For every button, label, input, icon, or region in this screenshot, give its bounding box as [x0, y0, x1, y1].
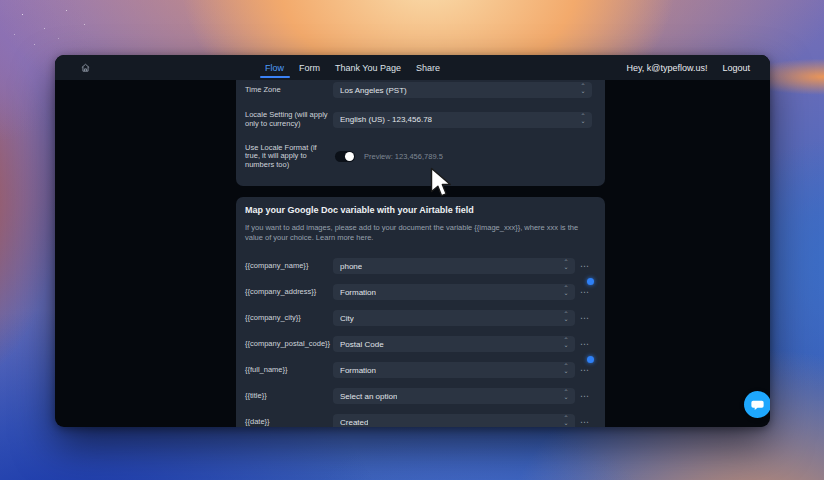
tab-form[interactable]: Form — [299, 55, 320, 80]
timezone-row: Time Zone Los Angeles (PST) — [245, 82, 592, 98]
timezone-label: Time Zone — [245, 86, 333, 95]
more-options-icon[interactable]: ⋯ — [580, 388, 590, 404]
logout-button[interactable]: Logout — [722, 63, 750, 73]
map-row-company-name: {{company_name}} phone ⋯ — [245, 258, 591, 274]
row-options: ⋯ — [579, 362, 591, 378]
map-row-company-postal-code: {{company_postal_code}} Postal Code ⋯ — [245, 336, 591, 352]
variable-label: {{full_name}} — [245, 366, 333, 375]
mapping-description: If you want to add images, please add to… — [245, 223, 591, 242]
notification-badge — [587, 278, 594, 285]
field-select[interactable]: Select an option — [333, 388, 575, 404]
locale-value: English (US) - 123,456.78 — [340, 115, 432, 124]
field-select[interactable]: Formation — [333, 362, 575, 378]
variable-label: {{company_city}} — [245, 314, 333, 323]
row-options: ⋯ — [579, 388, 591, 404]
timezone-select[interactable]: Los Angeles (PST) — [333, 82, 592, 98]
tab-thank-you-page[interactable]: Thank You Page — [335, 55, 401, 80]
field-value: City — [340, 314, 354, 323]
app-header: Flow Form Thank You Page Share Hey, k@ty… — [55, 55, 770, 80]
select-stepper-icon — [562, 390, 570, 402]
field-value: Select an option — [340, 392, 397, 401]
select-stepper-icon — [562, 364, 570, 376]
variable-label: {{title}} — [245, 392, 333, 401]
variable-label: {{company_name}} — [245, 262, 333, 271]
desktop-wallpaper: Flow Form Thank You Page Share Hey, k@ty… — [0, 0, 824, 480]
locale-row: Locale Setting (will apply only to curre… — [245, 111, 592, 129]
select-stepper-icon — [562, 416, 570, 427]
chat-widget-button[interactable] — [744, 391, 770, 418]
more-options-icon[interactable]: ⋯ — [580, 336, 590, 352]
field-select[interactable]: phone — [333, 258, 575, 274]
more-options-icon[interactable]: ⋯ — [580, 414, 590, 427]
locale-format-toggle[interactable] — [335, 151, 355, 162]
mapping-panel: Map your Google Doc variable with your A… — [236, 197, 605, 427]
tab-share[interactable]: Share — [416, 55, 440, 80]
select-stepper-icon — [562, 312, 570, 324]
field-select[interactable]: City — [333, 310, 575, 326]
home-button[interactable] — [77, 59, 93, 75]
more-options-icon[interactable]: ⋯ — [580, 310, 590, 326]
select-stepper-icon — [562, 286, 570, 298]
field-value: Formation — [340, 366, 376, 375]
tab-flow[interactable]: Flow — [265, 55, 284, 80]
header-right: Hey, k@typeflow.us! Logout — [626, 55, 750, 80]
field-select[interactable]: Created — [333, 414, 575, 427]
select-stepper-icon — [579, 84, 587, 96]
map-row-title: {{title}} Select an option ⋯ — [245, 388, 591, 404]
map-row-date: {{date}} Created ⋯ — [245, 414, 591, 427]
select-stepper-icon — [562, 338, 570, 350]
row-options: ⋯ — [579, 414, 591, 427]
locale-format-label: Use Locale Format (if true, it will appl… — [245, 144, 333, 170]
row-options: ⋯ — [579, 284, 591, 300]
row-options: ⋯ — [579, 310, 591, 326]
locale-select[interactable]: English (US) - 123,456.78 — [333, 112, 592, 128]
wallpaper-sparkles — [0, 0, 1, 1]
more-options-icon[interactable]: ⋯ — [580, 362, 590, 378]
toggle-knob — [345, 152, 354, 161]
row-options: ⋯ — [579, 258, 591, 274]
more-options-icon[interactable]: ⋯ — [580, 258, 590, 274]
notification-badge — [587, 356, 594, 363]
field-select[interactable]: Postal Code — [333, 336, 575, 352]
more-options-icon[interactable]: ⋯ — [580, 284, 590, 300]
locale-label: Locale Setting (will apply only to curre… — [245, 111, 333, 129]
app-window: Flow Form Thank You Page Share Hey, k@ty… — [55, 55, 770, 427]
field-value: Postal Code — [340, 340, 384, 349]
field-value: phone — [340, 262, 362, 271]
settings-panel: Time Zone Los Angeles (PST) Locale Setti… — [236, 80, 605, 186]
user-greeting: Hey, k@typeflow.us! — [626, 63, 707, 73]
select-stepper-icon — [579, 114, 587, 126]
timezone-value: Los Angeles (PST) — [340, 86, 407, 95]
select-stepper-icon — [562, 260, 570, 272]
row-options: ⋯ — [579, 336, 591, 352]
map-row-company-city: {{company_city}} City ⋯ — [245, 310, 591, 326]
field-value: Formation — [340, 288, 376, 297]
variable-label: {{date}} — [245, 418, 333, 427]
variable-label: {{company_postal_code}} — [245, 340, 333, 349]
locale-format-row: Use Locale Format (if true, it will appl… — [245, 144, 592, 170]
map-row-company-address: {{company_address}} Formation ⋯ — [245, 284, 591, 300]
field-value: Created — [340, 418, 368, 427]
variable-label: {{company_address}} — [245, 288, 333, 297]
home-icon — [80, 62, 91, 73]
mapping-title: Map your Google Doc variable with your A… — [245, 205, 591, 216]
field-select[interactable]: Formation — [333, 284, 575, 300]
chat-bubble-icon — [750, 398, 765, 412]
nav-tabs: Flow Form Thank You Page Share — [265, 55, 440, 80]
map-row-full-name: {{full_name}} Formation ⋯ — [245, 362, 591, 378]
locale-format-preview: Preview: 123,456,789.5 — [364, 152, 443, 161]
